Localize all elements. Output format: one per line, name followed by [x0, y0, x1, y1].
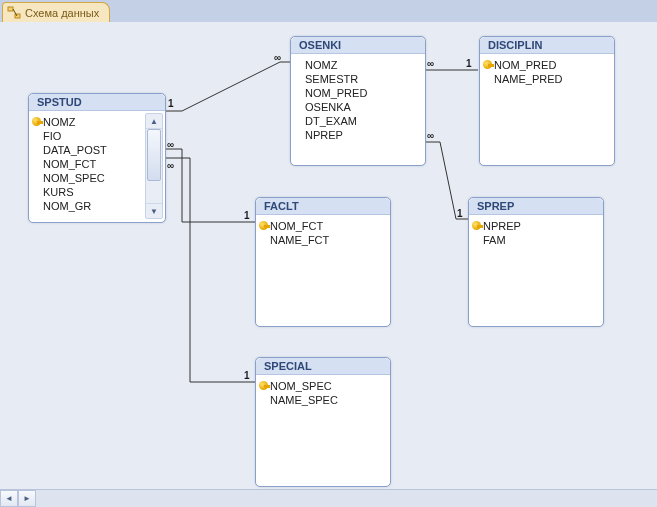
svg-rect-0: [8, 7, 13, 11]
table-osenki[interactable]: OSENKI NOMZ SEMESTR NOM_PRED OSENKA DT_E…: [290, 36, 426, 166]
scrollbar[interactable]: ▲ ▼: [145, 113, 163, 219]
field-nom-gr[interactable]: NOM_GR: [43, 199, 145, 213]
tab-strip: Схема данных: [0, 0, 657, 23]
table-disciplin[interactable]: DISCIPLIN NOM_PRED NAME_PRED: [479, 36, 615, 166]
field-name-pred[interactable]: NAME_PRED: [494, 72, 608, 86]
field-semestr[interactable]: SEMESTR: [305, 72, 419, 86]
cardinality-label: 1: [244, 210, 250, 221]
field-nom-fct[interactable]: NOM_FCT: [43, 157, 145, 171]
cardinality-label: 1: [244, 370, 250, 381]
field-dt-exam[interactable]: DT_EXAM: [305, 114, 419, 128]
scroll-thumb[interactable]: [147, 129, 161, 181]
scroll-right-arrow-icon[interactable]: ►: [18, 490, 36, 507]
cardinality-label: 1: [168, 98, 174, 109]
field-nom-pred[interactable]: NOM_PRED: [305, 86, 419, 100]
field-fio[interactable]: FIO: [43, 129, 145, 143]
field-data-post[interactable]: DATA_POST: [43, 143, 145, 157]
tab-label: Схема данных: [25, 7, 99, 19]
field-name-fct[interactable]: NAME_FCT: [270, 233, 384, 247]
table-special[interactable]: SPECIAL NOM_SPEC NAME_SPEC: [255, 357, 391, 487]
cardinality-label: ∞: [167, 160, 174, 171]
scroll-left-arrow-icon[interactable]: ◄: [0, 490, 18, 507]
field-nom-fct[interactable]: NOM_FCT: [270, 219, 384, 233]
field-nomz[interactable]: NOMZ: [305, 58, 419, 72]
scroll-down-arrow-icon[interactable]: ▼: [146, 203, 162, 218]
table-header: DISCIPLIN: [480, 37, 614, 54]
cardinality-label: ∞: [427, 58, 434, 69]
relationships-icon: [7, 6, 21, 20]
tab-schema[interactable]: Схема данных: [2, 2, 110, 23]
cardinality-label: 1: [466, 58, 472, 69]
field-nom-spec[interactable]: NOM_SPEC: [270, 379, 384, 393]
table-header: FACLT: [256, 198, 390, 215]
field-fam[interactable]: FAM: [483, 233, 597, 247]
table-faclt[interactable]: FACLT NOM_FCT NAME_FCT: [255, 197, 391, 327]
scroll-up-arrow-icon[interactable]: ▲: [146, 114, 162, 129]
table-spstud[interactable]: SPSTUD NOMZ FIO DATA_POST NOM_FCT NOM_SP…: [28, 93, 166, 223]
table-sprep[interactable]: SPREP NPREP FAM: [468, 197, 604, 327]
table-header: SPSTUD: [29, 94, 165, 111]
field-nprep[interactable]: NPREP: [483, 219, 597, 233]
field-name-spec[interactable]: NAME_SPEC: [270, 393, 384, 407]
table-header: SPECIAL: [256, 358, 390, 375]
table-header: SPREP: [469, 198, 603, 215]
relationship-canvas[interactable]: 1 ∞ ∞ 1 ∞ 1 ∞ 1 ∞ 1 SPSTUD NOMZ FIO DATA…: [0, 22, 657, 490]
cardinality-label: ∞: [274, 52, 281, 63]
cardinality-label: ∞: [427, 130, 434, 141]
horizontal-scrollbar[interactable]: ◄ ►: [0, 489, 657, 507]
table-header: OSENKI: [291, 37, 425, 54]
field-nom-spec[interactable]: NOM_SPEC: [43, 171, 145, 185]
field-kurs[interactable]: KURS: [43, 185, 145, 199]
cardinality-label: 1: [457, 208, 463, 219]
cardinality-label: ∞: [167, 139, 174, 150]
field-nomz[interactable]: NOMZ: [43, 115, 145, 129]
field-osenka[interactable]: OSENKA: [305, 100, 419, 114]
field-nprep[interactable]: NPREP: [305, 128, 419, 142]
field-nom-pred[interactable]: NOM_PRED: [494, 58, 608, 72]
